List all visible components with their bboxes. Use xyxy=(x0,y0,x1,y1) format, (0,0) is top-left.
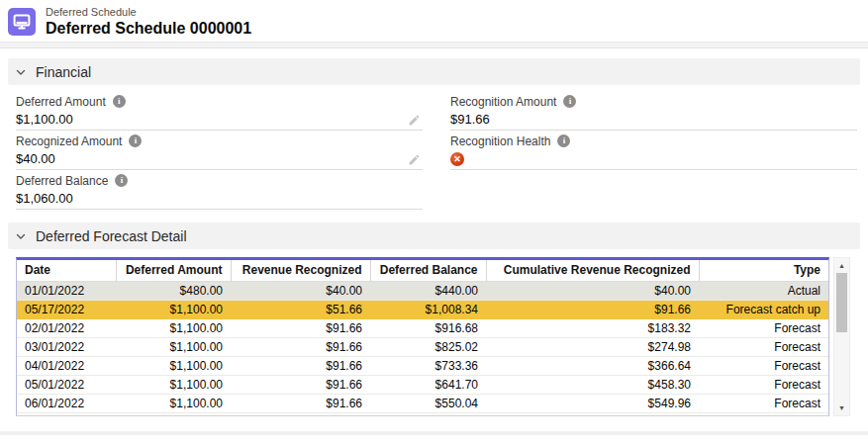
table-cell: $91.66 xyxy=(231,375,370,394)
bottom-divider xyxy=(0,431,868,435)
column-header[interactable]: Date xyxy=(17,260,116,281)
fields-left-column: Deferred Amount i $1,100.00 Recognized A… xyxy=(16,91,423,210)
column-header[interactable]: Deferred Balance xyxy=(370,260,486,281)
table-cell: Forecast xyxy=(699,375,828,394)
forecast-table-head-row: DateDeferred AmountRevenue RecognizedDef… xyxy=(17,260,828,281)
forecast-section-title: Deferred Forecast Detail xyxy=(36,228,187,244)
table-cell: Forecast xyxy=(699,356,828,375)
field-recognition-health: Recognition Health i ✕ xyxy=(450,131,857,170)
table-cell: $549.96 xyxy=(486,394,699,412)
column-header[interactable]: Deferred Amount xyxy=(116,260,231,281)
financial-section-title: Financial xyxy=(36,64,91,80)
chevron-down-icon xyxy=(15,66,27,78)
table-cell: Actual xyxy=(699,281,828,300)
field-label: Recognition Amount xyxy=(450,95,556,109)
table-cell: 05/01/2022 xyxy=(17,375,116,394)
table-row[interactable]: 04/01/2022$1,100.00$91.66$733.36$366.64F… xyxy=(17,356,828,375)
info-icon[interactable]: i xyxy=(563,95,576,108)
financial-section-header[interactable]: Financial xyxy=(8,58,860,85)
table-cell: Forecast xyxy=(699,394,828,412)
info-icon[interactable]: i xyxy=(129,134,142,147)
table-cell: $366.64 xyxy=(486,356,699,375)
table-cell: $183.32 xyxy=(486,318,699,337)
table-cell: 04/01/2022 xyxy=(17,356,116,375)
field-recognized-amount: Recognized Amount i $40.00 xyxy=(16,131,423,170)
table-cell: $91.66 xyxy=(231,394,370,412)
record-header: Deferred Schedule Deferred Schedule 0000… xyxy=(0,0,868,40)
table-cell: $1,100.00 xyxy=(116,375,231,394)
table-cell: $40.00 xyxy=(486,281,699,300)
table-cell: $91.66 xyxy=(231,337,370,356)
column-header[interactable]: Revenue Recognized xyxy=(231,260,370,281)
field-value: $40.00 xyxy=(16,150,55,168)
record-title: Deferred Schedule 0000001 xyxy=(46,19,251,38)
header-divider xyxy=(0,42,868,48)
table-cell: 06/01/2022 xyxy=(17,394,116,412)
table-cell: 03/01/2022 xyxy=(17,337,116,356)
field-label: Recognized Amount xyxy=(16,134,122,148)
deferred-schedule-page: Deferred Schedule Deferred Schedule 0000… xyxy=(0,0,868,445)
table-row[interactable]: 06/01/2022$1,100.00$91.66$550.04$549.96F… xyxy=(17,394,828,412)
field-value: $1,060.00 xyxy=(16,190,73,208)
table-row[interactable]: 05/01/2022$1,100.00$91.66$641.70$458.30F… xyxy=(17,375,828,394)
table-cell: $40.00 xyxy=(231,281,370,300)
table-cell: $1,100.00 xyxy=(116,337,231,356)
field-label: Recognition Health xyxy=(450,134,550,148)
info-icon[interactable]: i xyxy=(113,95,126,108)
table-cell: $825.02 xyxy=(370,337,486,356)
table-row[interactable]: 01/01/2022$480.00$40.00$440.00$40.00Actu… xyxy=(17,281,828,300)
edit-pencil-icon[interactable] xyxy=(408,114,423,127)
table-row[interactable]: 03/01/2022$1,100.00$91.66$825.02$274.98F… xyxy=(17,337,828,356)
field-deferred-balance: Deferred Balance i $1,060.00 xyxy=(16,170,423,210)
scroll-down-arrow-icon[interactable]: ▼ xyxy=(834,401,849,414)
field-label: Deferred Balance xyxy=(16,174,108,188)
table-cell: $1,100.00 xyxy=(116,394,231,412)
field-recognition-amount: Recognition Amount i $91.66 xyxy=(450,91,857,131)
table-cell: $1,100.00 xyxy=(116,356,231,375)
deferred-schedule-object-icon xyxy=(8,8,36,36)
table-row[interactable]: 05/17/2022$1,100.00$51.66$1,008.34$91.66… xyxy=(17,300,828,318)
field-deferred-amount: Deferred Amount i $1,100.00 xyxy=(16,91,423,131)
table-cell: 05/17/2022 xyxy=(17,300,116,318)
column-header[interactable]: Type xyxy=(699,260,828,281)
error-status-icon: ✕ xyxy=(450,152,464,166)
table-cell: 01/01/2022 xyxy=(17,281,116,300)
table-cell: $916.68 xyxy=(370,318,486,337)
forecast-table-body: 01/01/2022$480.00$40.00$440.00$40.00Actu… xyxy=(17,281,828,412)
table-cell: $91.66 xyxy=(486,300,699,318)
table-cell: $641.70 xyxy=(370,375,486,394)
table-cell: $550.04 xyxy=(370,394,486,412)
edit-pencil-icon[interactable] xyxy=(408,153,423,166)
entity-label: Deferred Schedule xyxy=(46,6,251,19)
table-row[interactable]: 02/01/2022$1,100.00$91.66$916.68$183.32F… xyxy=(17,318,828,337)
table-cell: Forecast catch up xyxy=(699,300,828,318)
table-cell: $1,100.00 xyxy=(116,300,231,318)
table-cell: $91.66 xyxy=(231,318,370,337)
forecast-section-header[interactable]: Deferred Forecast Detail xyxy=(8,222,860,249)
table-cell: Forecast xyxy=(699,318,828,337)
forecast-table-area: DateDeferred AmountRevenue RecognizedDef… xyxy=(16,257,851,416)
table-cell: $458.30 xyxy=(486,375,699,394)
info-icon[interactable]: i xyxy=(115,174,128,187)
field-value: $91.66 xyxy=(450,111,490,129)
scroll-up-arrow-icon[interactable]: ▲ xyxy=(834,259,849,272)
forecast-table-container: DateDeferred AmountRevenue RecognizedDef… xyxy=(16,257,829,416)
table-cell: 02/01/2022 xyxy=(17,318,116,337)
scrollbar-thumb[interactable] xyxy=(836,273,847,332)
table-cell: $733.36 xyxy=(370,356,486,375)
financial-fields: Deferred Amount i $1,100.00 Recognized A… xyxy=(0,85,868,210)
table-cell: $480.00 xyxy=(116,281,231,300)
table-cell: $440.00 xyxy=(370,281,486,300)
chevron-down-icon xyxy=(15,230,27,242)
table-cell: $1,100.00 xyxy=(116,318,231,337)
table-cell: $51.66 xyxy=(231,300,370,318)
table-cell: $1,008.34 xyxy=(370,300,486,318)
table-cell: $91.66 xyxy=(231,356,370,375)
info-icon[interactable]: i xyxy=(557,134,570,147)
vertical-scrollbar[interactable]: ▲ ▼ xyxy=(833,257,850,416)
field-label: Deferred Amount xyxy=(16,95,106,109)
field-value: $1,100.00 xyxy=(16,111,73,129)
desktop-monitor-icon xyxy=(12,12,32,32)
table-cell: $274.98 xyxy=(486,337,699,356)
column-header[interactable]: Cumulative Revenue Recognized xyxy=(486,260,699,281)
